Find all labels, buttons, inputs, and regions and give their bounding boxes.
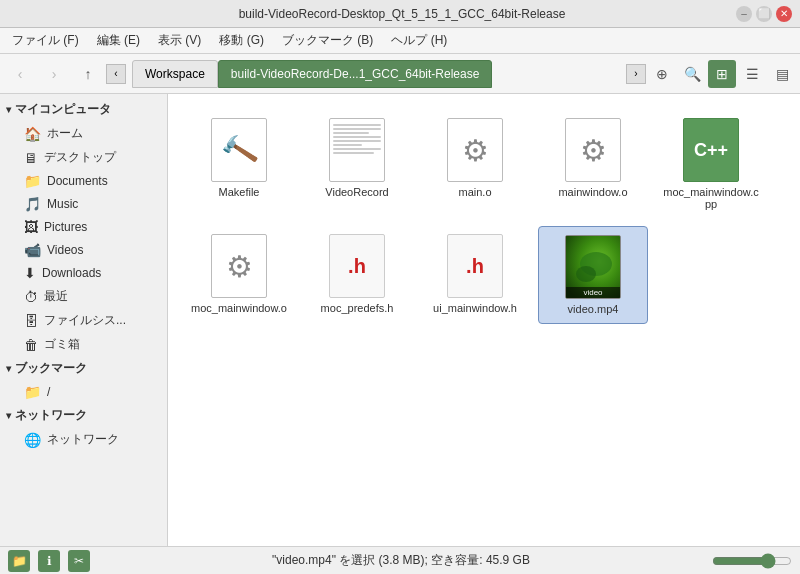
window-controls[interactable]: – ⬜ ✕ [736,6,792,22]
sidebar-item-documents[interactable]: 📁 Documents [2,170,165,192]
menu-go[interactable]: 移動 (G) [211,30,272,51]
delete-icon: ✂ [74,554,84,568]
view-grid-button[interactable]: ⊞ [708,60,736,88]
documents-icon: 📁 [24,173,41,189]
maximize-button[interactable]: ⬜ [756,6,772,22]
section-arrow-my-computer: ▾ [6,104,11,115]
file-area[interactable]: 🔨 Makefile [168,94,800,546]
section-label-my-computer: マイコンピュータ [15,101,111,118]
sidebar-item-root[interactable]: 📁 / [2,381,165,403]
sidebar: ▾ マイコンピュータ 🏠 ホーム 🖥 デスクトップ 📁 Documents 🎵 … [0,94,168,546]
sidebar-label-documents: Documents [47,174,108,188]
toolbar: ‹ › ↑ ‹ Workspace build-VideoRecord-De..… [0,54,800,94]
sidebar-label-home: ホーム [47,125,83,142]
properties-icon: ℹ [47,554,52,568]
menu-bar: ファイル (F) 編集 (E) 表示 (V) 移動 (G) ブックマーク (B)… [0,28,800,54]
file-grid: 🔨 Makefile [184,110,784,324]
menu-edit[interactable]: 編集 (E) [89,30,148,51]
desktop-icon: 🖥 [24,150,38,166]
file-item-videorecord[interactable]: VideoRecord [302,110,412,218]
home-icon: 🏠 [24,126,41,142]
sidebar-item-desktop[interactable]: 🖥 デスクトップ [2,146,165,169]
file-label-moc-mainwindow-o: moc_mainwindow.o [191,302,287,314]
file-item-makefile[interactable]: 🔨 Makefile [184,110,294,218]
section-arrow-network: ▾ [6,410,11,421]
sidebar-item-videos[interactable]: 📹 Videos [2,239,165,261]
pin-button[interactable]: ⊕ [648,60,676,88]
section-bookmarks[interactable]: ▾ ブックマーク [0,357,167,380]
section-arrow-bookmarks: ▾ [6,363,11,374]
section-label-network: ネットワーク [15,407,87,424]
view-detail-button[interactable]: ▤ [768,60,796,88]
sidebar-label-music: Music [47,197,78,211]
file-icon-moc-mainwindow-cpp: C++ [679,118,743,182]
view-compact-button[interactable]: ☰ [738,60,766,88]
tab-prev-button[interactable]: ‹ [106,64,126,84]
tab-workspace[interactable]: Workspace [132,60,218,88]
sidebar-item-network[interactable]: 🌐 ネットワーク [2,428,165,451]
file-label-videorecord: VideoRecord [325,186,388,198]
pictures-icon: 🖼 [24,219,38,235]
sidebar-label-trash: ゴミ箱 [44,336,80,353]
sidebar-label-downloads: Downloads [42,266,101,280]
file-icon-ui-mainwindow-h: .h [443,234,507,298]
svg-point-2 [576,266,596,282]
delete-button[interactable]: ✂ [68,550,90,572]
status-text: "video.mp4" を選択 (3.8 MB); 空き容量: 45.9 GB [98,552,704,569]
file-icon-moc-predefs-h: .h [325,234,389,298]
sidebar-label-network: ネットワーク [47,431,119,448]
zoom-slider[interactable] [712,553,792,569]
menu-bookmarks[interactable]: ブックマーク (B) [274,30,381,51]
new-folder-icon: 📁 [12,554,27,568]
tab-next-button[interactable]: › [626,64,646,84]
sidebar-item-home[interactable]: 🏠 ホーム [2,122,165,145]
sidebar-item-music[interactable]: 🎵 Music [2,193,165,215]
close-button[interactable]: ✕ [776,6,792,22]
main-layout: ▾ マイコンピュータ 🏠 ホーム 🖥 デスクトップ 📁 Documents 🎵 … [0,94,800,546]
minimize-button[interactable]: – [736,6,752,22]
videos-icon: 📹 [24,242,41,258]
file-label-moc-mainwindow-cpp: moc_mainwindow.cpp [661,186,761,210]
back-button[interactable]: ‹ [4,58,36,90]
menu-view[interactable]: 表示 (V) [150,30,209,51]
file-item-mainwindow-o[interactable]: ⚙ mainwindow.o [538,110,648,218]
file-label-main-o: main.o [458,186,491,198]
section-network[interactable]: ▾ ネットワーク [0,404,167,427]
sidebar-item-trash[interactable]: 🗑 ゴミ箱 [2,333,165,356]
file-item-main-o[interactable]: ⚙ main.o [420,110,530,218]
menu-help[interactable]: ヘルプ (H) [383,30,455,51]
recent-icon: ⏱ [24,289,38,305]
title-bar: build-VideoRecord-Desktop_Qt_5_15_1_GCC_… [0,0,800,28]
music-icon: 🎵 [24,196,41,212]
file-item-moc-predefs-h[interactable]: .h moc_predefs.h [302,226,412,324]
file-icon-mainwindow-o: ⚙ [561,118,625,182]
downloads-icon: ⬇ [24,265,36,281]
sidebar-item-recent[interactable]: ⏱ 最近 [2,285,165,308]
sidebar-item-pictures[interactable]: 🖼 Pictures [2,216,165,238]
sidebar-item-filesystem[interactable]: 🗄 ファイルシス... [2,309,165,332]
file-icon-moc-mainwindow-o: ⚙ [207,234,271,298]
file-label-moc-predefs-h: moc_predefs.h [321,302,394,314]
file-item-moc-mainwindow-cpp[interactable]: C++ moc_mainwindow.cpp [656,110,766,218]
file-item-moc-mainwindow-o[interactable]: ⚙ moc_mainwindow.o [184,226,294,324]
section-my-computer[interactable]: ▾ マイコンピュータ [0,98,167,121]
file-item-video-mp4[interactable]: video video.mp4 [538,226,648,324]
tab-current-dir[interactable]: build-VideoRecord-De...1_GCC_64bit-Relea… [218,60,493,88]
filesystem-icon: 🗄 [24,313,38,329]
file-icon-main-o: ⚙ [443,118,507,182]
sidebar-item-downloads[interactable]: ⬇ Downloads [2,262,165,284]
root-icon: 📁 [24,384,41,400]
address-bar: Workspace build-VideoRecord-De...1_GCC_6… [132,59,620,89]
new-folder-button[interactable]: 📁 [8,550,30,572]
file-item-ui-mainwindow-h[interactable]: .h ui_mainwindow.h [420,226,530,324]
trash-icon: 🗑 [24,337,38,353]
forward-button[interactable]: › [38,58,70,90]
properties-button[interactable]: ℹ [38,550,60,572]
menu-file[interactable]: ファイル (F) [4,30,87,51]
up-button[interactable]: ↑ [72,58,104,90]
file-label-ui-mainwindow-h: ui_mainwindow.h [433,302,517,314]
file-label-video-mp4: video.mp4 [568,303,619,315]
sidebar-label-root: / [47,385,50,399]
network-icon: 🌐 [24,432,41,448]
search-button[interactable]: 🔍 [678,60,706,88]
